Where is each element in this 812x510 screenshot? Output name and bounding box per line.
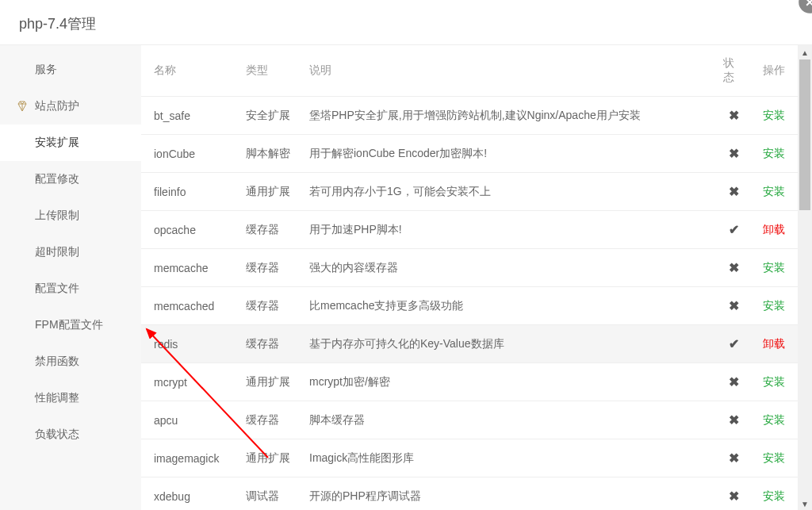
x-icon: ✖	[729, 298, 739, 313]
sidebar-item-6[interactable]: 配置文件	[0, 270, 141, 307]
sidebar: 服务站点防护安装扩展配置修改上传限制超时限制配置文件FPM配置文件禁用函数性能调…	[0, 45, 141, 510]
scrollbar-up-arrow[interactable]: ▲	[798, 45, 812, 59]
install-button[interactable]: 安装	[763, 413, 785, 426]
extension-description: 脚本缓存器	[300, 401, 714, 439]
install-button[interactable]: 安装	[763, 489, 785, 502]
x-icon: ✖	[729, 184, 739, 199]
extension-name: xdebug	[141, 477, 236, 511]
x-icon: ✖	[729, 374, 739, 389]
sidebar-item-label: 安装扩展	[35, 136, 79, 148]
sidebar-item-1[interactable]: 站点防护	[0, 88, 141, 125]
extension-description: mcrypt加密/解密	[300, 363, 714, 401]
sidebar-item-8[interactable]: 禁用函数	[0, 343, 141, 380]
extension-name: mcrypt	[141, 363, 236, 401]
sidebar-item-7[interactable]: FPM配置文件	[0, 307, 141, 343]
column-header-name: 名称	[141, 45, 236, 97]
extension-name: bt_safe	[141, 97, 236, 135]
extension-status: ✖	[714, 401, 753, 439]
column-header-action: 操作	[753, 45, 798, 97]
extension-status: ✖	[714, 477, 753, 511]
table-row: apcu缓存器脚本缓存器✖安装	[141, 401, 798, 439]
sidebar-item-label: 禁用函数	[35, 355, 79, 367]
extension-type: 缓存器	[236, 325, 300, 363]
table-row: imagemagick通用扩展Imagick高性能图形库✖安装	[141, 439, 798, 477]
table-row: redis缓存器基于内存亦可持久化的Key-Value数据库✔卸载	[141, 325, 798, 363]
extension-name: opcache	[141, 211, 236, 249]
table-row: mcrypt通用扩展mcrypt加密/解密✖安装	[141, 363, 798, 401]
extension-status: ✖	[714, 249, 753, 287]
extension-name: redis	[141, 325, 236, 363]
extension-status: ✖	[714, 173, 753, 211]
extension-status: ✖	[714, 287, 753, 325]
table-row: xdebug调试器开源的PHP程序调试器✖安装	[141, 477, 798, 511]
install-button[interactable]: 安装	[763, 451, 785, 464]
sidebar-item-label: 服务	[35, 63, 57, 75]
scrollbar[interactable]: ▲ ▼	[798, 45, 812, 510]
check-icon: ✔	[729, 222, 739, 237]
column-header-type: 类型	[236, 45, 300, 97]
extension-status: ✖	[714, 363, 753, 401]
extension-name: memcached	[141, 287, 236, 325]
extension-description: 开源的PHP程序调试器	[300, 477, 714, 511]
sidebar-item-label: 配置修改	[35, 172, 79, 185]
sidebar-item-9[interactable]: 性能调整	[0, 380, 141, 416]
x-icon: ✖	[729, 451, 739, 466]
extension-description: 用于加速PHP脚本!	[300, 211, 714, 249]
install-button[interactable]: 安装	[763, 299, 785, 312]
install-button[interactable]: 安装	[763, 147, 785, 159]
extension-status: ✖	[714, 97, 753, 135]
extension-name: apcu	[141, 401, 236, 439]
extension-name: ionCube	[141, 135, 236, 173]
extension-description: Imagick高性能图形库	[300, 439, 714, 477]
x-icon: ✖	[729, 260, 739, 275]
extension-table: 名称 类型 说明 状态 操作 bt_safe安全扩展堡塔PHP安全扩展,用于增强…	[141, 45, 798, 510]
table-row: memcache缓存器强大的内容缓存器✖安装	[141, 249, 798, 287]
install-button[interactable]: 安装	[763, 375, 785, 388]
table-row: opcache缓存器用于加速PHP脚本!✔卸载	[141, 211, 798, 249]
extension-type: 安全扩展	[236, 97, 300, 135]
extension-table-container: 名称 类型 说明 状态 操作 bt_safe安全扩展堡塔PHP安全扩展,用于增强…	[141, 45, 798, 510]
extension-type: 调试器	[236, 477, 300, 511]
extension-type: 缓存器	[236, 249, 300, 287]
install-button[interactable]: 安装	[763, 109, 785, 121]
x-icon: ✖	[729, 146, 739, 161]
install-button[interactable]: 安装	[763, 185, 785, 197]
extension-status: ✖	[714, 135, 753, 173]
x-icon: ✖	[729, 412, 739, 428]
table-row: ionCube脚本解密用于解密ionCube Encoder加密脚本!✖安装	[141, 135, 798, 173]
sidebar-item-0[interactable]: 服务	[0, 52, 141, 88]
extension-description: 若可用内存小于1G，可能会安装不上	[300, 173, 714, 211]
extension-type: 脚本解密	[236, 135, 300, 173]
uninstall-button[interactable]: 卸载	[763, 337, 785, 350]
sidebar-item-label: 上传限制	[35, 209, 79, 221]
sidebar-item-2[interactable]: 安装扩展	[0, 125, 141, 161]
scrollbar-down-arrow[interactable]: ▼	[798, 497, 812, 510]
check-icon: ✔	[729, 336, 739, 351]
diamond-icon	[16, 100, 29, 113]
table-row: fileinfo通用扩展若可用内存小于1G，可能会安装不上✖安装	[141, 173, 798, 211]
extension-type: 缓存器	[236, 287, 300, 325]
table-row: bt_safe安全扩展堡塔PHP安全扩展,用于增强防跨站机制,建议Nginx/A…	[141, 97, 798, 135]
extension-description: 堡塔PHP安全扩展,用于增强防跨站机制,建议Nginx/Apache用户安装	[300, 97, 714, 135]
column-header-description: 说明	[300, 45, 714, 97]
sidebar-item-label: 负载状态	[35, 428, 79, 440]
uninstall-button[interactable]: 卸载	[763, 223, 785, 236]
extension-type: 缓存器	[236, 211, 300, 249]
extension-status: ✖	[714, 439, 753, 477]
sidebar-item-10[interactable]: 负载状态	[0, 416, 141, 453]
sidebar-item-4[interactable]: 上传限制	[0, 197, 141, 234]
extension-description: 强大的内容缓存器	[300, 249, 714, 287]
sidebar-item-5[interactable]: 超时限制	[0, 234, 141, 270]
page-title: php-7.4管理	[0, 0, 812, 45]
scrollbar-thumb[interactable]	[799, 59, 810, 210]
sidebar-item-label: 站点防护	[35, 99, 79, 112]
sidebar-item-3[interactable]: 配置修改	[0, 161, 141, 197]
install-button[interactable]: 安装	[763, 261, 785, 274]
extension-type: 通用扩展	[236, 363, 300, 401]
extension-name: fileinfo	[141, 173, 236, 211]
x-icon: ✖	[729, 108, 739, 123]
column-header-status: 状态	[714, 45, 753, 97]
extension-name: memcache	[141, 249, 236, 287]
extension-status: ✔	[714, 325, 753, 363]
extension-type: 缓存器	[236, 401, 300, 439]
